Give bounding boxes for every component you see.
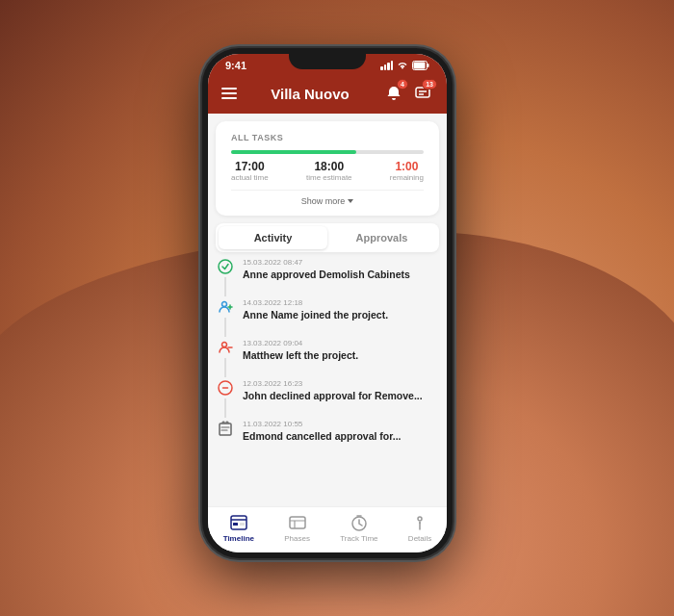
nav-track-time[interactable]: Track Time — [340, 513, 377, 543]
app-header: Villa Nuovo 4 1 — [208, 75, 447, 114]
activity-line — [224, 358, 226, 377]
svg-point-6 — [222, 343, 227, 347]
svg-rect-8 — [220, 424, 231, 435]
person-leave-icon — [217, 339, 234, 356]
activity-content: 15.03.2022 08:47 Anne approved Demolish … — [243, 258, 439, 296]
activity-icon-col — [216, 379, 235, 418]
nav-timeline[interactable]: Timeline — [223, 513, 254, 543]
activity-icon-col — [216, 258, 235, 296]
activity-text: Matthew left the project. — [243, 349, 439, 363]
activity-icon-col — [216, 420, 235, 455]
track-time-icon — [350, 513, 369, 532]
svg-rect-11 — [240, 523, 245, 526]
header-title: Villa Nuovo — [271, 86, 349, 102]
activity-datetime: 14.03.2022 12:18 — [243, 298, 439, 307]
timeline-icon — [229, 513, 248, 532]
remaining-time-value: 1:00 — [390, 160, 424, 173]
svg-rect-2 — [428, 64, 429, 67]
tab-approvals[interactable]: Approvals — [327, 226, 436, 249]
actual-time-value: 17:00 — [231, 160, 269, 173]
chevron-down-icon — [348, 199, 353, 203]
activity-text: John declined approval for Remove... — [243, 390, 439, 403]
main-content: ALL TASKS 17:00 actual time 18:00 time e… — [208, 114, 447, 506]
menu-button[interactable] — [221, 88, 237, 99]
message-button[interactable]: 13 — [412, 83, 433, 104]
activity-line — [224, 398, 226, 418]
remaining-time-stat: 1:00 remaining — [390, 160, 424, 182]
actual-time-label: actual time — [231, 173, 269, 182]
check-circle-icon — [217, 258, 234, 275]
svg-rect-10 — [233, 523, 238, 526]
phone-notch — [289, 48, 366, 69]
activity-datetime: 13.03.2022 09:04 — [243, 339, 439, 347]
activity-icon-col — [216, 298, 235, 337]
svg-rect-12 — [290, 517, 305, 528]
person-join-icon — [217, 298, 234, 316]
list-item: 14.03.2022 12:18 Anne Name joined the pr… — [216, 298, 439, 337]
bottom-nav: Timeline Phases — [208, 506, 447, 552]
activity-content: 12.03.2022 16:23 John declined approval … — [243, 379, 439, 418]
notification-badge: 4 — [397, 79, 408, 90]
activity-line — [224, 277, 226, 296]
activity-datetime: 12.03.2022 16:23 — [243, 379, 439, 388]
phases-label: Phases — [284, 534, 310, 543]
svg-point-5 — [222, 302, 227, 307]
message-badge: 13 — [422, 79, 437, 90]
cancel-icon — [217, 420, 234, 437]
svg-point-15 — [419, 522, 421, 524]
scene: 9:41 — [0, 0, 674, 616]
activity-datetime: 15.03.2022 08:47 — [243, 258, 439, 267]
battery-icon — [412, 61, 429, 70]
track-time-label: Track Time — [340, 534, 377, 543]
phone-shell: 9:41 — [202, 48, 453, 558]
activity-line — [224, 318, 226, 337]
activity-text: Anne approved Demolish Cabinets — [243, 269, 439, 282]
decline-icon — [217, 379, 234, 397]
signal-icon — [380, 61, 393, 70]
estimate-time-stat: 18:00 time estimate — [306, 160, 352, 182]
tab-activity[interactable]: Activity — [219, 226, 327, 249]
status-time: 9:41 — [225, 60, 246, 71]
activity-text: Anne Name joined the project. — [243, 309, 439, 322]
activity-content: 13.03.2022 09:04 Matthew left the projec… — [243, 339, 439, 377]
list-item: 12.03.2022 16:23 John declined approval … — [216, 379, 439, 418]
svg-point-4 — [219, 260, 232, 273]
activity-icon-col — [216, 339, 235, 377]
nav-phases[interactable]: Phases — [284, 513, 310, 543]
header-icons: 4 13 — [383, 83, 433, 104]
time-progress-bar — [231, 150, 424, 154]
estimate-time-value: 18:00 — [306, 160, 352, 173]
show-more-button[interactable]: Show more — [231, 190, 424, 206]
list-item: 13.03.2022 09:04 Matthew left the projec… — [216, 339, 439, 377]
tabs-container: Activity Approvals — [216, 223, 439, 252]
phone-screen: 9:41 — [208, 54, 447, 552]
activity-list: 15.03.2022 08:47 Anne approved Demolish … — [208, 252, 447, 506]
timeline-label: Timeline — [223, 534, 254, 543]
activity-content: 14.03.2022 12:18 Anne Name joined the pr… — [243, 298, 439, 337]
phases-icon — [288, 513, 307, 532]
details-icon — [410, 513, 429, 532]
svg-point-14 — [418, 517, 422, 521]
activity-datetime: 11.03.2022 10:55 — [243, 420, 439, 428]
time-stats: 17:00 actual time 18:00 time estimate 1:… — [231, 160, 424, 182]
details-label: Details — [408, 534, 431, 543]
svg-rect-9 — [231, 516, 246, 529]
svg-rect-1 — [414, 63, 426, 69]
estimate-time-label: time estimate — [306, 173, 352, 182]
list-item: 15.03.2022 08:47 Anne approved Demolish … — [216, 258, 439, 296]
list-item: 11.03.2022 10:55 Edmond cancelled approv… — [216, 420, 439, 455]
notification-button[interactable]: 4 — [383, 83, 404, 104]
tasks-label: ALL TASKS — [231, 133, 424, 142]
tasks-section: ALL TASKS 17:00 actual time 18:00 time e… — [216, 121, 439, 216]
time-progress-fill — [231, 150, 356, 154]
nav-details[interactable]: Details — [408, 513, 431, 543]
activity-content: 11.03.2022 10:55 Edmond cancelled approv… — [243, 420, 439, 455]
actual-time-stat: 17:00 actual time — [231, 160, 269, 182]
activity-text: Edmond cancelled approval for... — [243, 430, 439, 444]
show-more-label: Show more — [301, 196, 346, 206]
status-icons — [380, 61, 429, 70]
remaining-time-label: remaining — [390, 173, 424, 182]
wifi-icon — [397, 61, 408, 70]
